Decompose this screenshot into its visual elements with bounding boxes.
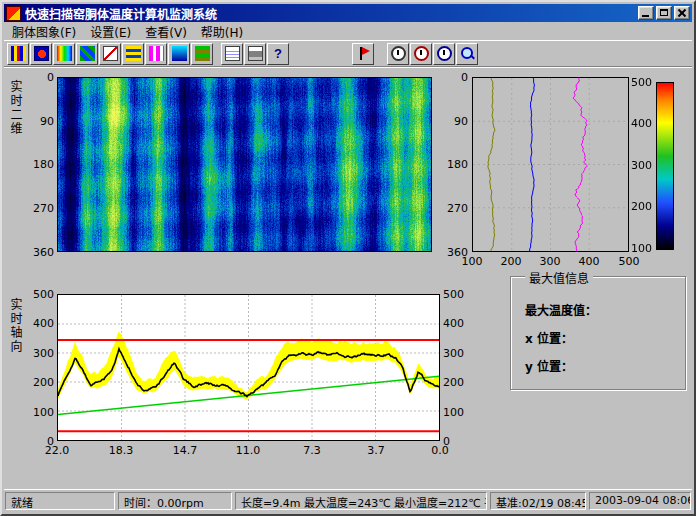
temperature-colorbar	[656, 82, 674, 250]
axial-ytick-left: 300	[28, 347, 54, 360]
axial-ytick-left: 100	[28, 406, 54, 419]
colorbar-label: 100	[626, 242, 652, 255]
status-bar: 就绪 时间：0.00rpm 长度=9.4m 最大温度=243℃ 最小温度=212…	[4, 489, 692, 512]
status-ready: 就绪	[5, 492, 115, 510]
axial-ytick-right: 300	[443, 347, 469, 360]
app-icon	[6, 6, 21, 21]
curve-icon	[103, 46, 118, 61]
maximize-button[interactable]	[656, 6, 672, 20]
minimize-button[interactable]	[638, 6, 654, 20]
region-icon	[34, 46, 49, 61]
axial-xtick: 0.0	[423, 444, 457, 457]
colorbar-label: 500	[626, 76, 652, 89]
axial-icon	[195, 46, 210, 61]
gradient-button[interactable]	[168, 43, 190, 65]
palette-icon	[57, 46, 72, 61]
axial-ytick-left: 500	[28, 288, 54, 301]
region-button[interactable]	[30, 43, 52, 65]
scan-2d-button[interactable]	[7, 43, 29, 65]
zoom-icon	[460, 46, 475, 61]
wave-icon	[149, 46, 164, 61]
zoom-button[interactable]	[456, 43, 478, 65]
menu-settings[interactable]: 设置(E)	[83, 22, 138, 41]
preview-icon	[225, 46, 240, 61]
profile-xtick: 100	[455, 255, 489, 268]
print-icon	[248, 46, 263, 61]
max-info-title: 最大值信息	[525, 269, 593, 286]
axial-ytick-right: 400	[443, 317, 469, 330]
app-window: 快速扫描窑胴体温度计算机监测系统 胴体图象(F) 设置(E) 查看(V) 帮助(…	[0, 0, 696, 516]
stopwatch-button[interactable]	[410, 43, 432, 65]
profile-xtick: 400	[572, 255, 606, 268]
profile-ytick: 270	[442, 202, 468, 215]
help-icon: ?	[271, 46, 286, 61]
colorbar-label: 400	[626, 117, 652, 130]
max-temp-label: 最大温度值：	[525, 301, 597, 318]
thermal-map-canvas	[58, 78, 431, 251]
profile-xtick: 500	[612, 255, 646, 268]
map2d-ytick: 180	[28, 158, 54, 171]
palette-button[interactable]	[53, 43, 75, 65]
profile-xtick: 200	[494, 255, 528, 268]
gradient-icon	[172, 46, 187, 61]
curve-button[interactable]	[99, 43, 121, 65]
colorbar-label: 300	[626, 159, 652, 172]
timer-button[interactable]	[433, 43, 455, 65]
axial-ytick-left: 200	[28, 376, 54, 389]
axial-xtick: 7.3	[295, 444, 329, 457]
timer-icon	[437, 46, 452, 61]
status-time: 时间：0.00rpm	[118, 492, 232, 510]
axial-ytick-right: 100	[443, 406, 469, 419]
clock-icon	[391, 46, 406, 61]
axial-xtick: 11.0	[231, 444, 265, 457]
menu-help[interactable]: 帮助(H)	[194, 22, 250, 41]
close-button[interactable]	[674, 6, 690, 20]
axial-button[interactable]	[191, 43, 213, 65]
profile-ytick: 90	[442, 115, 468, 128]
grid-map-icon	[80, 46, 95, 61]
bands-button[interactable]	[122, 43, 144, 65]
scan-2d-icon	[11, 46, 26, 61]
profile-canvas	[473, 78, 628, 251]
preview-button[interactable]	[221, 43, 243, 65]
map2d-ytick: 360	[28, 246, 54, 259]
status-metrics: 长度=9.4m 最大温度=243℃ 最小温度=212℃ 平均温度=226℃	[235, 492, 487, 510]
profile-ytick: 180	[442, 158, 468, 171]
title-bar: 快速扫描窑胴体温度计算机监测系统	[4, 4, 692, 22]
alarm-flag-button[interactable]	[352, 43, 374, 65]
axial-xtick: 22.0	[40, 444, 74, 457]
y-position-label: y 位置：	[525, 357, 573, 374]
axial-ytick-right: 500	[443, 288, 469, 301]
profile-ytick: 0	[442, 71, 468, 84]
profile-chart	[472, 77, 629, 252]
map2d-ytick: 270	[28, 202, 54, 215]
stopwatch-icon	[414, 46, 429, 61]
menu-view[interactable]: 查看(V)	[138, 22, 194, 41]
axial-chart	[57, 294, 440, 441]
axial-ytick-right: 200	[443, 376, 469, 389]
print-button[interactable]	[244, 43, 266, 65]
map2d-ytick: 90	[28, 115, 54, 128]
status-baseline: 基准:02/19 08:45	[490, 492, 586, 510]
axial-axis-label: 实时轴向	[7, 298, 24, 354]
max-info-panel: 最大值信息 最大温度值： x 位置： y 位置：	[510, 276, 686, 390]
x-position-label: x 位置：	[525, 329, 573, 346]
bands-icon	[126, 46, 141, 61]
axial-canvas	[58, 295, 439, 440]
wave-button[interactable]	[145, 43, 167, 65]
menu-body-image[interactable]: 胴体图象(F)	[5, 22, 83, 41]
map2d-ytick: 0	[28, 71, 54, 84]
clock-button[interactable]	[387, 43, 409, 65]
alarm-flag-icon	[356, 46, 371, 61]
status-datetime: 2003-09-04 08:06:33	[589, 492, 691, 510]
thermal-map-chart	[57, 77, 432, 252]
colorbar-label: 200	[626, 200, 652, 213]
grid-map-button[interactable]	[76, 43, 98, 65]
window-title: 快速扫描窑胴体温度计算机监测系统	[25, 5, 638, 22]
axial-xtick: 3.7	[359, 444, 393, 457]
axial-ytick-left: 400	[28, 317, 54, 330]
axial-xtick: 14.7	[168, 444, 202, 457]
axial-xtick: 18.3	[104, 444, 138, 457]
map2d-axis-label: 实时二维	[7, 80, 24, 136]
help-button[interactable]: ?	[267, 43, 289, 65]
